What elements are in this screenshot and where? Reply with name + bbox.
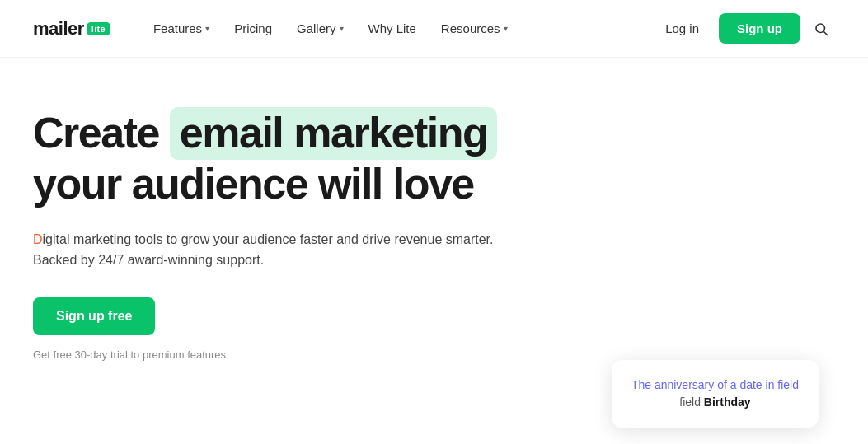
nav-pricing-label: Pricing [234, 21, 272, 35]
search-icon [814, 21, 828, 36]
hero-section: Create email marketing your audience wil… [0, 58, 577, 394]
hero-heading: Create email marketing your audience wil… [33, 107, 544, 209]
hero-heading-start: Create [33, 109, 159, 157]
logo[interactable]: mailer lite [33, 18, 110, 40]
floating-card-text: The anniversary of a date in field field… [631, 376, 799, 411]
nav-item-why-lite[interactable]: Why Lite [359, 15, 426, 42]
chevron-down-icon: ▾ [205, 24, 209, 33]
hero-description: Digital marketing tools to grow your aud… [33, 229, 495, 271]
nav-right: Log in Sign up [652, 13, 835, 44]
signup-button[interactable]: Sign up [719, 13, 800, 44]
chevron-down-icon: ▾ [504, 24, 508, 33]
login-button[interactable]: Log in [652, 15, 712, 42]
logo-badge: lite [87, 22, 110, 35]
navbar: mailer lite Features ▾ Pricing Gallery ▾… [0, 0, 868, 58]
nav-item-gallery[interactable]: Gallery ▾ [287, 15, 354, 42]
svg-point-0 [816, 24, 825, 33]
logo-text: mailer [33, 18, 84, 40]
nav-links: Features ▾ Pricing Gallery ▾ Why Lite Re… [143, 15, 652, 42]
floating-card: The anniversary of a date in field field… [612, 360, 819, 428]
card-text-field: field Birthday [679, 395, 750, 409]
card-text-highlight: The anniversary of a date in field [631, 378, 799, 391]
signup-free-button[interactable]: Sign up free [33, 297, 155, 335]
nav-features-label: Features [153, 21, 202, 35]
hero-heading-highlight: email marketing [170, 107, 497, 160]
nav-item-pricing[interactable]: Pricing [224, 15, 282, 42]
nav-item-features[interactable]: Features ▾ [143, 15, 219, 42]
svg-line-1 [824, 31, 828, 35]
page-wrapper: Create email marketing your audience wil… [0, 58, 868, 444]
hero-heading-end: your audience will love [33, 160, 474, 208]
hero-cta-container: Sign up free Get free 30-day trial to pr… [33, 297, 544, 361]
description-highlight: D [33, 232, 43, 246]
nav-resources-label: Resources [441, 21, 500, 35]
search-button[interactable] [807, 15, 835, 43]
card-text-bold: Birthday [704, 395, 751, 409]
chevron-down-icon: ▾ [340, 24, 344, 33]
nav-item-resources[interactable]: Resources ▾ [431, 15, 518, 42]
trial-text: Get free 30-day trial to premium feature… [33, 348, 544, 361]
nav-why-lite-label: Why Lite [368, 21, 416, 35]
nav-gallery-label: Gallery [297, 21, 336, 35]
